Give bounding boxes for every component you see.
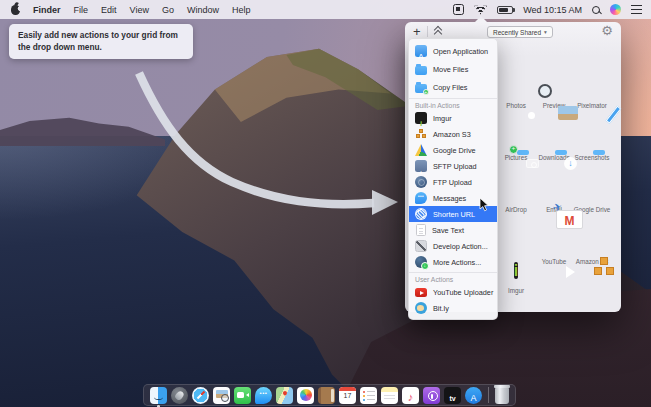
battery-icon[interactable] (497, 6, 513, 14)
photos-dock-icon[interactable] (297, 387, 314, 404)
menu-item-move-files[interactable]: Move Files (409, 60, 497, 78)
recently-shared-label: Recently Shared (493, 29, 541, 36)
grid-item-photos[interactable]: Photos (497, 100, 535, 152)
add-action-menu: A Open Application Move Files + Copy Fil… (408, 38, 498, 320)
menu-item-shorten-url[interactable]: Shorten URL (409, 206, 497, 222)
apple-menu-icon[interactable] (11, 5, 20, 15)
toolbar-divider (427, 26, 428, 37)
menubar-menu-edit[interactable]: Edit (101, 5, 117, 15)
menubar-clock[interactable]: Wed 10:15 AM (523, 5, 582, 15)
menu-bar-status-area: Wed 10:15 AM (453, 4, 651, 15)
trash-dock-icon[interactable] (495, 387, 509, 404)
menu-item-copy-files[interactable]: + Copy Files (409, 78, 497, 96)
grid-item-email[interactable]: M✈ Email (535, 204, 573, 256)
menubar-menu-window[interactable]: Window (187, 5, 219, 15)
menubar-menu-view[interactable]: View (130, 5, 149, 15)
messages-bubble-icon (415, 192, 427, 204)
onboarding-tooltip: Easily add new actions to your grid from… (9, 24, 193, 59)
grid-item-preview[interactable]: Preview (535, 100, 573, 152)
youtube-icon (415, 288, 427, 297)
menu-item-develop-action[interactable]: Develop Action... (409, 238, 497, 254)
menu-separator (409, 98, 497, 99)
grid-item-amazon-s3[interactable]: Amazon S3 (573, 256, 611, 308)
calendar-dock-icon[interactable]: 17 (339, 387, 356, 404)
double-chevron-up-icon[interactable] (434, 27, 443, 36)
preview-dock-icon[interactable] (213, 387, 230, 404)
menu-item-imgur[interactable]: i Imgur (409, 110, 497, 126)
folder-plus-icon: + (415, 84, 427, 93)
contacts-dock-icon[interactable] (318, 387, 335, 404)
grid-item-pictures[interactable]: + Pictures (497, 152, 535, 204)
menu-item-ftp-upload[interactable]: FTP Upload (409, 174, 497, 190)
imgur-icon: i (514, 262, 518, 279)
siri-icon[interactable] (610, 4, 621, 15)
settings-gear-icon[interactable]: ⚙ (601, 24, 613, 37)
text-document-icon (416, 224, 426, 236)
menu-item-open-application[interactable]: A Open Application (409, 42, 497, 60)
app-store-dock-icon[interactable]: A (465, 387, 482, 404)
menu-item-amazon-s3[interactable]: Amazon S3 (409, 126, 497, 142)
messages-dock-icon[interactable] (255, 387, 272, 404)
bitly-icon (415, 302, 427, 314)
spotlight-search-icon[interactable] (592, 6, 600, 14)
desktop: Finder File Edit View Go Window Help Wed… (0, 0, 651, 407)
maps-dock-icon[interactable] (276, 387, 293, 404)
grid-item-downloads[interactable]: ↓ Downloads (535, 152, 573, 204)
section-header-built-in: Built-in Actions (409, 100, 497, 110)
menu-item-save-text[interactable]: Save Text (409, 222, 497, 238)
finder-dock-icon[interactable] (150, 387, 167, 404)
apple-tv-dock-icon[interactable]: tv (444, 387, 461, 404)
menubar-menu-help[interactable]: Help (232, 5, 251, 15)
dock-divider (488, 387, 489, 403)
menu-bar-left: Finder File Edit View Go Window Help (0, 5, 250, 15)
link-chain-icon (415, 208, 427, 220)
amazon-s3-icon (415, 128, 427, 140)
section-header-user-actions: User Actions (409, 274, 497, 284)
menu-item-youtube-uploader[interactable]: YouTube Uploader (409, 284, 497, 300)
develop-tool-icon (415, 240, 427, 252)
dropshare-menubar-icon[interactable] (453, 4, 464, 15)
download-globe-icon (415, 256, 427, 268)
wifi-icon[interactable] (474, 5, 487, 15)
menubar-menu-go[interactable]: Go (162, 5, 174, 15)
grid-item-imgur[interactable]: i Imgur (497, 256, 535, 308)
dropshare-popover: + Recently Shared ▾ ⚙ Photos Preview Pix… (405, 22, 621, 312)
action-grid: Photos Preview Pixelmator + Pictures ↓ D… (497, 100, 615, 308)
safari-dock-icon[interactable] (192, 387, 209, 404)
notes-dock-icon[interactable] (381, 387, 398, 404)
imgur-icon: i (415, 112, 427, 124)
ftp-globe-icon (415, 176, 427, 188)
menubar-menu-finder[interactable]: Finder (33, 5, 61, 15)
folder-icon (415, 66, 427, 75)
sftp-icon (415, 160, 427, 172)
grid-item-youtube[interactable]: YouTube (535, 256, 573, 308)
menubar-menu-file[interactable]: File (74, 5, 89, 15)
application-icon: A (415, 45, 427, 57)
reminders-dock-icon[interactable] (360, 387, 377, 404)
grid-item-airdrop[interactable]: AirDrop (497, 204, 535, 256)
grid-item-screenshots[interactable]: Screenshots (573, 152, 611, 204)
dock: 17 ♪ tv A (143, 384, 516, 406)
google-drive-icon (415, 144, 427, 156)
menu-separator (409, 272, 497, 273)
facetime-dock-icon[interactable] (234, 387, 251, 404)
podcasts-dock-icon[interactable] (423, 387, 440, 404)
menu-item-messages[interactable]: Messages (409, 190, 497, 206)
music-dock-icon[interactable]: ♪ (402, 387, 419, 404)
recently-shared-dropdown[interactable]: Recently Shared ▾ (487, 26, 553, 38)
menu-item-sftp-upload[interactable]: SFTP Upload (409, 158, 497, 174)
menu-item-bitly[interactable]: Bit.ly (409, 300, 497, 316)
add-action-button[interactable]: + (413, 25, 421, 38)
menu-item-more-actions[interactable]: More Actions... (409, 254, 497, 270)
menu-item-google-drive[interactable]: Google Drive (409, 142, 497, 158)
chevron-down-icon: ▾ (544, 29, 547, 35)
grid-item-pixelmator[interactable]: Pixelmator (573, 100, 611, 152)
menu-bar: Finder File Edit View Go Window Help Wed… (0, 0, 651, 19)
notification-center-icon[interactable] (631, 5, 642, 14)
launchpad-dock-icon[interactable] (171, 387, 188, 404)
